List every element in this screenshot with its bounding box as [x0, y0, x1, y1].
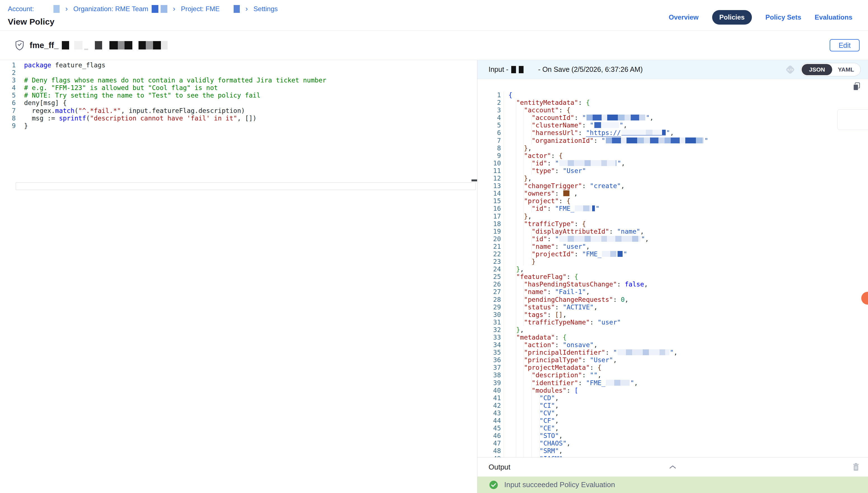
line-number: 43 [477, 409, 501, 417]
line-number: 9 [0, 122, 16, 130]
redacted-value [602, 251, 617, 257]
line-number: 5 [477, 122, 501, 129]
code-line: 37"projectMetadata": { [477, 364, 868, 371]
line-number: 7 [477, 137, 501, 145]
line-number: 25 [477, 273, 501, 281]
code-line: 23} [477, 258, 868, 265]
redacted-name-block [153, 41, 161, 49]
code-line: 49"IACM", [477, 455, 868, 457]
code-line: 46"STO", [477, 432, 868, 440]
yaml-toggle-button[interactable]: YAML [832, 64, 860, 75]
code-line: 48"SRM", [477, 447, 868, 455]
breadcrumb-settings-link[interactable]: Settings [254, 5, 278, 13]
line-number: 36 [477, 356, 501, 364]
trash-icon[interactable] [852, 463, 860, 471]
line-number: 10 [477, 159, 501, 167]
line-number: 30 [477, 311, 501, 319]
policy-code-editor[interactable]: 1package feature_flags23# Deny flags who… [0, 60, 477, 493]
code-line: 17}, [477, 213, 868, 220]
code-line: 4"accountId": "", [477, 114, 868, 122]
chevron-up-icon[interactable] [669, 465, 677, 469]
tab-policy-sets[interactable]: Policy Sets [765, 14, 801, 21]
code-line: 6"harnessUrl": "https://", [477, 129, 868, 137]
code-line: 10"id": "", [477, 159, 868, 167]
input-panel-title: Input - - On Save (2/5/2026, 6:37:26 AM) [488, 65, 643, 73]
policy-title-group: fme_ff_ [15, 40, 168, 50]
line-number: 16 [477, 205, 501, 212]
redacted-value [606, 137, 704, 143]
line-number: 42 [477, 402, 501, 409]
code-line: 9} [0, 122, 477, 130]
redacted-name-block [84, 49, 88, 50]
code-line: 5# NOTE: Try setting the name to "Test" … [0, 92, 477, 99]
line-number: 2 [477, 99, 501, 106]
line-number: 26 [477, 281, 501, 288]
policy-shield-check-icon [15, 40, 25, 50]
input-title-prefix: Input - [488, 65, 508, 73]
redacted-name-block [74, 41, 83, 49]
breadcrumb-account-link[interactable]: Account: [8, 5, 34, 13]
redacted-input-block [519, 66, 524, 73]
redacted-name-block [139, 41, 146, 49]
json-toggle-button[interactable]: JSON [802, 64, 832, 75]
line-number: 41 [477, 394, 501, 402]
line-number: 49 [477, 455, 501, 457]
edit-button[interactable]: Edit [830, 39, 860, 51]
code-line: 8}, [477, 145, 868, 152]
evaluation-status-bar: Input succeeded Policy Evaluation [477, 476, 868, 493]
line-number: 46 [477, 432, 501, 440]
top-header: Account: › Organization: RME Team › Proj… [0, 0, 868, 31]
input-json-editor[interactable]: 1{2"entityMetadata": {3"account": {4"acc… [477, 79, 868, 457]
code-line: 26"hasPendingStatusChange": false, [477, 281, 868, 288]
redacted-value [559, 236, 641, 242]
code-line: 29"status": "ACTIVE", [477, 303, 868, 311]
line-number: 7 [0, 107, 16, 114]
code-line: 41"CD", [477, 394, 868, 402]
breadcrumb-organization-link[interactable]: Organization: RME Team [73, 5, 148, 13]
code-line: 12}, [477, 175, 868, 182]
line-number: 20 [477, 235, 501, 243]
line-number: 31 [477, 319, 501, 326]
tab-evaluations[interactable]: Evaluations [814, 14, 852, 21]
line-number: 27 [477, 288, 501, 296]
breadcrumb: Account: › Organization: RME Team › Proj… [8, 4, 278, 13]
code-line: 7"organizationId": "" [477, 137, 868, 145]
view-policy-page: Account: › Organization: RME Team › Proj… [0, 0, 868, 493]
code-line: 45"CE", [477, 425, 868, 432]
line-number: 3 [0, 77, 16, 84]
code-line: 7regex.match("^.*fail.*", input.featureF… [0, 107, 477, 114]
input-title-suffix: - On Save (2/5/2026, 6:37:26 AM) [538, 65, 643, 73]
evaluation-panel: Input - - On Save (2/5/2026, 6:37:26 AM)… [477, 60, 868, 493]
code-line: 20"id": "", [477, 235, 868, 243]
redacted-value [618, 251, 623, 257]
code-line: 36"principalType": "User", [477, 356, 868, 364]
breadcrumb-project-link[interactable]: Project: FME [181, 5, 220, 13]
line-number: 2 [0, 69, 16, 77]
line-number: 17 [477, 213, 501, 220]
line-number: 33 [477, 334, 501, 341]
chevron-right-icon: › [173, 4, 176, 13]
line-number: 18 [477, 220, 501, 228]
code-line: 9"actor": { [477, 152, 868, 159]
code-line: 2"entityMetadata": { [477, 99, 868, 106]
copy-icon[interactable] [852, 82, 861, 93]
line-number: 47 [477, 440, 501, 447]
tab-overview[interactable]: Overview [669, 14, 699, 21]
tab-policies[interactable]: Policies [712, 10, 752, 25]
line-number: 6 [477, 129, 501, 137]
redacted-name-block [109, 41, 118, 49]
code-line: 31"trafficTypeName": "user" [477, 319, 868, 326]
code-line: 27"name": "Fail-1", [477, 288, 868, 296]
code-line: 34"action": "onsave", [477, 341, 868, 349]
redacted-value [622, 130, 666, 135]
line-number: 12 [477, 175, 501, 182]
output-title: Output [488, 463, 510, 471]
code-line: 21"name": "user", [477, 243, 868, 251]
code-line: 14"owners": , [477, 190, 868, 197]
line-number: 19 [477, 228, 501, 235]
line-number: 1 [477, 91, 501, 99]
header-left: Account: › Organization: RME Team › Proj… [8, 4, 278, 30]
code-line: 5"clusterName": "", [477, 122, 868, 129]
code-line: 3# Deny flags whose names do not contain… [0, 77, 477, 84]
redacted-account-name [54, 5, 60, 13]
